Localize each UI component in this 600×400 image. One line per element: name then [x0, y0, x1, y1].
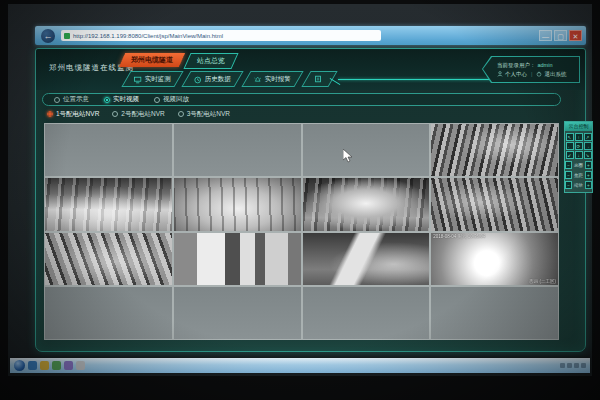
browser-back-button[interactable]: ← — [41, 29, 55, 43]
function-toolbar: 实时监测 历史数据 — [126, 71, 333, 87]
window-controls: — ▢ ✕ — [539, 30, 582, 41]
ptz-down-left-button[interactable]: ↙ — [566, 151, 574, 159]
ptz-right-button[interactable]: → — [584, 142, 592, 150]
ptz-down-button[interactable]: ↓ — [575, 151, 583, 159]
toolbar-item-history-data[interactable]: 历史数据 — [181, 71, 243, 87]
monitor-screen: ← http://192.168.1.199:8080/Client/jsp/M… — [8, 4, 592, 376]
video-tile[interactable] — [45, 178, 172, 230]
video-tile[interactable] — [174, 287, 301, 339]
video-tile[interactable]: 2018-08-04 周六 10:35:04 西四 (二工区) — [431, 233, 558, 285]
radio-label: 位置示意 — [63, 95, 89, 104]
radio-video-playback[interactable]: 视频回放 — [154, 95, 189, 104]
ptz-auto-scan-button[interactable]: ⟳ — [575, 142, 583, 150]
ptz-up-right-button[interactable]: ↗ — [584, 133, 592, 141]
maximize-button[interactable]: ▢ — [554, 30, 567, 41]
ptz-down-right-button[interactable]: ↘ — [584, 151, 592, 159]
radio-label: 1号配电站NVR — [56, 110, 99, 119]
video-tile[interactable] — [174, 178, 301, 230]
power-icon — [536, 71, 542, 77]
toolbar-label: 实时监测 — [145, 75, 171, 84]
tab-label: 站点总览 — [197, 56, 225, 66]
video-grid: 2018-08-04 周六 10:35:04 西四 (二工区) — [44, 123, 559, 340]
tab-site-overview[interactable]: 站点总览 — [183, 53, 238, 69]
ptz-control-panel: 云台控制 ↖ ↑ ↗ ← ⟳ → ↙ ↓ ↘ − 光圈 + — [564, 121, 593, 193]
logout-link[interactable]: 退出系统 — [544, 71, 566, 78]
radio-icon — [154, 97, 160, 103]
mouse-cursor — [343, 149, 353, 163]
close-button[interactable]: ✕ — [569, 30, 582, 41]
photo-background: ← http://192.168.1.199:8080/Client/jsp/M… — [0, 0, 600, 400]
zoom-label: 缩放 — [573, 183, 584, 188]
toolbar-label: 实时报警 — [265, 75, 291, 84]
video-tile[interactable] — [45, 233, 172, 285]
taskbar-app-icon[interactable] — [64, 361, 73, 370]
toolbar-item-realtime-monitor[interactable]: 实时监测 — [121, 71, 183, 87]
iris-minus-button[interactable]: − — [565, 161, 572, 169]
ptz-left-button[interactable]: ← — [566, 142, 574, 150]
ptz-up-left-button[interactable]: ↖ — [566, 133, 574, 141]
taskbar-folder-icon[interactable] — [40, 361, 49, 370]
video-tile[interactable] — [431, 287, 558, 339]
osd-channel-label: 西四 (二工区) — [529, 279, 556, 284]
minimize-button[interactable]: — — [539, 30, 552, 41]
tab-label: 郑州电缆隧道 — [131, 55, 173, 65]
favicon-icon — [64, 33, 70, 39]
monitoring-app: 郑州电缆隧道在线监测 郑州电缆隧道 站点总览 — [35, 48, 586, 352]
radio-nvr-2[interactable]: 2号配电站NVR — [112, 110, 164, 119]
video-tile[interactable] — [303, 287, 430, 339]
video-tile[interactable] — [303, 124, 430, 176]
radio-nvr-1[interactable]: 1号配电站NVR — [47, 110, 99, 119]
address-bar[interactable]: http://192.168.1.199:8080/Client/jsp/Mai… — [61, 30, 381, 41]
ptz-zoom-row: − 缩放 + — [565, 181, 592, 189]
radio-label: 视频回放 — [163, 95, 189, 104]
taskbar-browser-icon[interactable] — [28, 361, 37, 370]
personal-center-link[interactable]: 个人中心 — [505, 71, 527, 78]
video-tile[interactable] — [303, 178, 430, 230]
radio-icon — [47, 111, 53, 117]
osd-timestamp: 2018-08-04 周六 10:35:04 — [433, 234, 485, 239]
taskbar-app-icon[interactable] — [76, 361, 85, 370]
iris-plus-button[interactable]: + — [585, 161, 592, 169]
video-tile[interactable] — [431, 178, 558, 230]
ptz-up-button[interactable]: ↑ — [575, 133, 583, 141]
tab-cable-tunnel[interactable]: 郑州电缆隧道 — [119, 53, 185, 67]
taskbar-app-icon[interactable] — [52, 361, 61, 370]
video-tile[interactable] — [431, 124, 558, 176]
radio-icon — [112, 111, 118, 117]
iris-label: 光圈 — [573, 163, 584, 168]
focus-minus-button[interactable]: − — [565, 171, 572, 179]
main-tabs: 郑州电缆隧道 站点总览 — [122, 53, 235, 69]
radio-label: 2号配电站NVR — [121, 110, 164, 119]
video-tile[interactable] — [174, 124, 301, 176]
alarm-icon — [254, 75, 262, 83]
toolbar-label: 历史数据 — [205, 75, 231, 84]
radio-icon — [54, 97, 60, 103]
browser-titlebar: ← http://192.168.1.199:8080/Client/jsp/M… — [35, 26, 586, 45]
radio-realtime-video[interactable]: 实时视频 — [104, 95, 139, 104]
video-tile[interactable] — [45, 124, 172, 176]
user-panel: 当前登录用户： admin 个人中心 | — [482, 56, 580, 83]
zoom-out-button[interactable]: − — [565, 181, 572, 189]
radio-label: 3号配电站NVR — [187, 110, 230, 119]
radio-label: 实时视频 — [113, 95, 139, 104]
toolbar-item-realtime-alarm[interactable]: 实时报警 — [241, 71, 303, 87]
radio-nvr-3[interactable]: 3号配电站NVR — [178, 110, 230, 119]
view-mode-bar: 位置示意 实时视频 视频回放 — [42, 93, 561, 106]
radio-location-diagram[interactable]: 位置示意 — [54, 95, 89, 104]
person-icon — [497, 71, 503, 77]
nvr-select-bar: 1号配电站NVR 2号配电站NVR 3号配电站NVR — [47, 108, 230, 120]
radio-icon — [178, 111, 184, 117]
video-tile[interactable] — [303, 233, 430, 285]
video-tile[interactable] — [45, 287, 172, 339]
clipboard-icon — [314, 75, 322, 83]
app-header: 郑州电缆隧道在线监测 郑州电缆隧道 站点总览 — [36, 49, 585, 90]
start-button[interactable] — [14, 360, 25, 371]
login-info: 当前登录用户： admin — [497, 62, 579, 69]
zoom-in-button[interactable]: + — [585, 181, 592, 189]
username: admin — [538, 62, 553, 68]
system-tray[interactable] — [560, 363, 586, 368]
focus-label: 焦距 — [573, 173, 584, 178]
focus-plus-button[interactable]: + — [585, 171, 592, 179]
video-tile[interactable] — [174, 233, 301, 285]
monitor-icon — [134, 75, 142, 83]
